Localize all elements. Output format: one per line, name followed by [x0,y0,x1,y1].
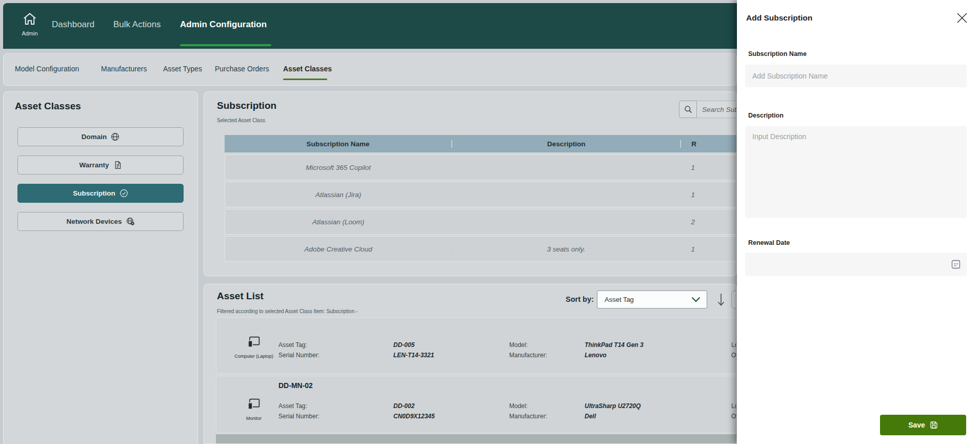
calendar-icon[interactable] [951,260,961,271]
subscription-table-header: Subscription Name Description R [225,135,737,152]
class-button-network-devices[interactable]: Network Devices [17,212,184,231]
table-row[interactable]: Atlassian (Loom) 2 [225,209,737,235]
add-subscription-panel: Add Subscription Subscription Name Descr… [737,0,980,444]
column-header-description: Description [451,140,680,148]
close-icon [956,12,968,24]
check-circle-icon [119,189,128,198]
search-icon [684,105,692,113]
home-label: Admin [15,30,44,36]
class-button-domain[interactable]: Domain [17,127,184,146]
device-block: Computer (Laptop) [231,335,277,359]
model-label: Model: [509,341,528,349]
class-button-subscription[interactable]: Subscription [17,184,184,203]
asset-tag-value: DD-005 [393,341,414,349]
column-header-subscription-name: Subscription Name [225,140,451,148]
cell-renewal-truncated: 1 [679,191,737,199]
class-button-label: Warranty [79,161,109,169]
model-value: ThinkPad T14 Gen 3 [585,341,644,349]
home-nav[interactable]: Admin [15,11,44,36]
cell-subscription-name: Microsoft 365 Copilot [225,164,451,171]
asset-list-item[interactable]: DD-MN-02 Monitor Asset Tag: Serial Numbe… [216,376,737,433]
nav-bulk-actions[interactable]: Bulk Actions [113,20,161,30]
model-label: Model: [509,402,528,410]
subscription-name-input[interactable] [745,65,967,87]
globe-icon [111,132,119,141]
laptop-device-icon [246,335,262,350]
cell-description: 3 seats only. [451,245,679,253]
renewal-date-field [745,253,967,276]
asset-list-title: Asset List [217,291,264,302]
tab-active-underline [283,79,327,80]
next-section-header-strip [216,434,737,444]
globe-gear-icon [126,217,135,226]
manufacturer-label: Manufacturer: [509,413,547,420]
table-row[interactable]: Adobe Creative Cloud 3 seats only. 1 [225,236,737,262]
manufacturer-label: Manufacturer: [509,352,547,359]
subscription-title: Subscription [217,100,276,111]
arrow-down-icon [717,293,725,307]
cell-subscription-name: Atlassian (Jira) [225,191,451,199]
class-button-label: Domain [82,133,107,141]
tab-asset-classes[interactable]: Asset Classes [283,65,332,73]
admin-tab-bar: Model Configuration Manufacturers Asset … [3,53,737,86]
search-input[interactable] [697,101,737,118]
search-button[interactable] [679,101,697,118]
asset-tag-value: DD-002 [393,402,414,410]
description-label: Description [748,112,784,119]
asset-tag-label: Asset Tag: [278,402,307,410]
asset-list-item[interactable]: Computer (Laptop) Asset Tag: Serial Numb… [216,317,737,374]
sort-direction-button[interactable] [715,291,727,308]
table-row[interactable]: Microsoft 365 Copilot 1 [225,155,737,180]
renewal-date-label: Renewal Date [748,239,790,246]
save-button[interactable]: Save [880,415,966,435]
asset-classes-sidebar: Asset Classes Domain Warranty Subscripti… [3,91,198,444]
tab-asset-types[interactable]: Asset Types [163,65,202,73]
serial-number-label: Serial Number: [278,413,319,420]
cell-renewal-truncated: 1 [679,164,737,171]
renewal-date-input[interactable] [745,253,967,276]
nav-admin-configuration[interactable]: Admin Configuration [180,20,267,30]
manufacturer-value: Lenovo [585,352,607,359]
serial-number-value: CN0D9X12345 [393,413,435,420]
sort-by-value: Asset Tag [597,296,691,303]
truncated-location-label: Lo [731,402,737,410]
truncated-owner-label: Ov [731,413,737,420]
document-icon [113,161,122,169]
cell-subscription-name: Adobe Creative Cloud [225,245,451,253]
asset-tag-label: Asset Tag: [278,341,307,349]
device-block: Monitor [231,397,277,421]
app-window: Admin Dashboard Bulk Actions Admin Confi… [0,0,980,444]
class-button-label: Subscription [73,189,115,197]
home-icon [22,11,37,27]
description-textarea[interactable] [745,126,967,218]
cell-subscription-name: Atlassian (Loom) [225,218,451,226]
cell-renewal-truncated: 1 [679,245,737,253]
close-button[interactable] [955,11,969,25]
subscription-section: Subscription Selected Asset Class Subscr… [204,91,737,276]
nav-dashboard[interactable]: Dashboard [52,20,94,30]
save-icon [930,421,938,429]
sort-by-label: Sort by: [566,295,594,303]
truncated-owner-label: Ov [731,352,737,359]
device-type-label: Monitor [231,416,277,421]
class-button-warranty[interactable]: Warranty [17,156,184,175]
sort-by-select[interactable]: Asset Tag [597,291,707,308]
asset-list-subtitle: Filtered according to selected Asset Cla… [217,308,358,314]
class-button-label: Network Devices [66,218,122,225]
table-row[interactable]: Atlassian (Jira) 1 [225,182,737,207]
save-button-label: Save [908,421,925,429]
tab-model-configuration[interactable]: Model Configuration [15,65,79,73]
device-type-label: Computer (Laptop) [231,354,277,359]
truncated-toolbar-button[interactable] [731,291,737,308]
monitor-device-icon [246,397,262,412]
serial-number-label: Serial Number: [278,352,319,359]
nav-active-underline [180,44,271,46]
asset-item-title: DD-MN-02 [278,381,313,390]
tab-purchase-orders[interactable]: Purchase Orders [215,65,269,73]
column-header-renewal-truncated: R [680,140,737,148]
serial-number-value: LEN-T14-3321 [393,352,434,359]
manufacturer-value: Dell [585,413,596,420]
tab-manufacturers[interactable]: Manufacturers [101,65,147,73]
subscription-subtitle: Selected Asset Class [217,118,265,123]
subscription-name-label: Subscription Name [748,50,807,57]
